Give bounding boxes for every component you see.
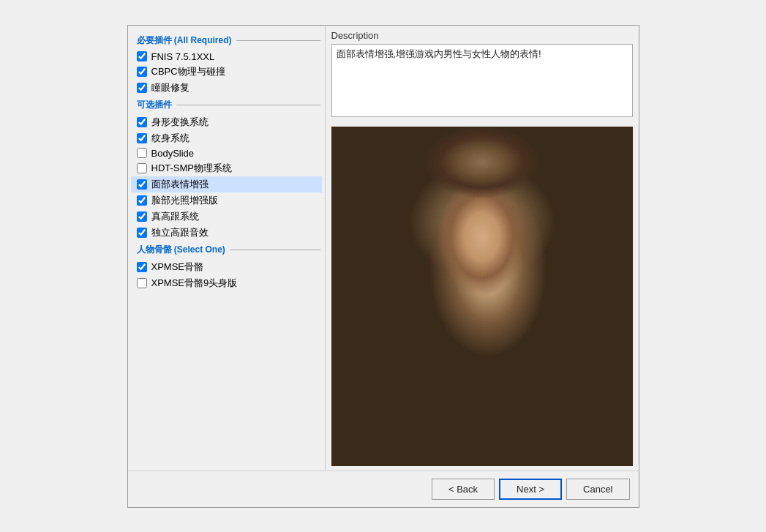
required-section-label: 必要插件 (All Required) (137, 34, 232, 47)
checkbox-item-hdt_smp[interactable]: HDT-SMP物理系统 (131, 160, 322, 176)
required-section-header: 必要插件 (All Required) (132, 34, 320, 47)
checkbox-label-high_heels: 真高跟系统 (151, 210, 199, 223)
checkbox-eye[interactable] (137, 83, 147, 93)
skeleton-items-list: XPMSE骨骼XPMSE骨骼9头身版 (131, 259, 322, 291)
cancel-button[interactable]: Cancel (566, 479, 629, 500)
image-section (326, 122, 639, 471)
checkbox-body_transform[interactable] (137, 117, 147, 127)
checkbox-label-hdt_smp: HDT-SMP物理系统 (151, 162, 233, 175)
checkbox-hdt_smp[interactable] (137, 163, 147, 173)
checkbox-label-body_transform: 身形变换系统 (151, 116, 209, 129)
optional-section-label: 可选插件 (137, 99, 172, 111)
checkbox-label-xpmse: XPMSE骨骼 (151, 261, 204, 274)
next-button[interactable]: Next > (499, 479, 562, 500)
required-items-list: FNIS 7.5.1XXLCBPC物理与碰撞瞳眼修复 (131, 50, 322, 96)
footer: < Back Next > Cancel (128, 471, 639, 507)
checkbox-label-eye: 瞳眼修复 (151, 81, 189, 94)
preview-image-container (331, 127, 633, 466)
description-label: Description (331, 30, 633, 41)
checkbox-label-heels_sound: 独立高跟音效 (151, 226, 209, 239)
checkbox-label-cbpc: CBPC物理与碰撞 (151, 65, 225, 78)
checkbox-item-fnis[interactable]: FNIS 7.5.1XXL (131, 50, 322, 64)
checkbox-tattoo[interactable] (137, 133, 147, 143)
skeleton-section-header: 人物骨骼 (Select One) (132, 244, 320, 256)
checkbox-item-face_light[interactable]: 脸部光照增强版 (131, 192, 322, 209)
checkbox-label-bodyslide: BodySlide (151, 148, 195, 159)
checkbox-high_heels[interactable] (137, 211, 147, 222)
checkbox-item-tattoo[interactable]: 纹身系统 (131, 130, 322, 146)
description-textarea[interactable] (331, 44, 633, 117)
dialog-body: 必要插件 (All Required) FNIS 7.5.1XXLCBPC物理与… (128, 26, 639, 471)
checkbox-item-bodyslide[interactable]: BodySlide (131, 146, 322, 160)
checkbox-xpmse_9[interactable] (137, 278, 147, 288)
checkbox-item-xpmse[interactable]: XPMSE骨骼 (131, 259, 322, 275)
installer-dialog: 必要插件 (All Required) FNIS 7.5.1XXLCBPC物理与… (127, 25, 639, 508)
checkbox-item-heels_sound[interactable]: 独立高跟音效 (131, 225, 322, 241)
checkbox-label-tattoo: 纹身系统 (151, 132, 189, 145)
back-button[interactable]: < Back (432, 479, 495, 500)
checkbox-item-eye[interactable]: 瞳眼修复 (131, 80, 322, 96)
skeleton-section-label: 人物骨骼 (Select One) (137, 244, 225, 256)
right-panel: Description (326, 26, 639, 471)
checkbox-item-xpmse_9[interactable]: XPMSE骨骼9头身版 (131, 275, 322, 291)
checkbox-label-face_light: 脸部光照增强版 (151, 194, 218, 207)
description-section: Description (326, 26, 639, 122)
character-preview-image (331, 127, 633, 466)
optional-items-list: 身形变换系统纹身系统BodySlideHDT-SMP物理系统面部表情增强脸部光照… (131, 114, 322, 241)
checkbox-item-body_transform[interactable]: 身形变换系统 (131, 114, 322, 130)
checkbox-fnis[interactable] (137, 51, 147, 61)
checkbox-label-fnis: FNIS 7.5.1XXL (151, 51, 215, 62)
optional-section-header: 可选插件 (132, 99, 320, 111)
checkbox-label-xpmse_9: XPMSE骨骼9头身版 (151, 277, 238, 290)
checkbox-cbpc[interactable] (137, 67, 147, 77)
checkbox-face_expression[interactable] (137, 179, 147, 190)
checkbox-bodyslide[interactable] (137, 148, 147, 158)
checkbox-xpmse[interactable] (137, 262, 147, 272)
checkbox-face_light[interactable] (137, 195, 147, 206)
checkbox-item-cbpc[interactable]: CBPC物理与碰撞 (131, 64, 322, 80)
checkbox-item-high_heels[interactable]: 真高跟系统 (131, 209, 322, 225)
checkbox-label-face_expression: 面部表情增强 (151, 178, 209, 191)
left-panel: 必要插件 (All Required) FNIS 7.5.1XXLCBPC物理与… (128, 26, 326, 471)
checkbox-item-face_expression[interactable]: 面部表情增强 (131, 176, 322, 192)
checkbox-heels_sound[interactable] (137, 228, 147, 238)
